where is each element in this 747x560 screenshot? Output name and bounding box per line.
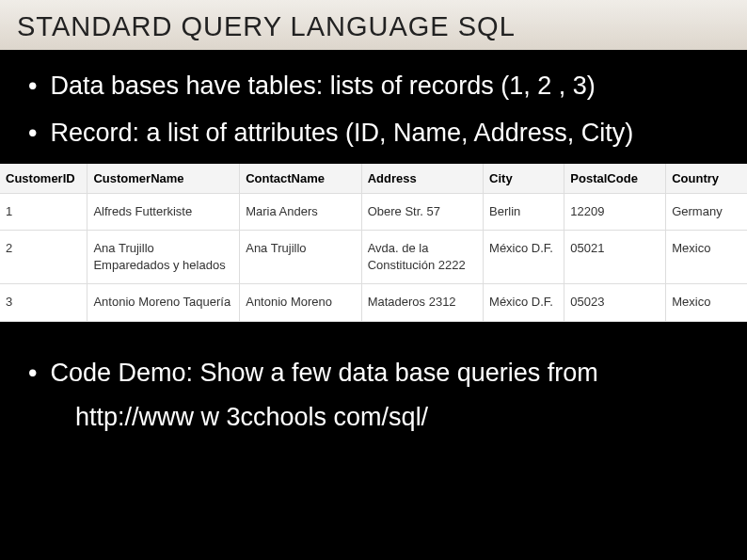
cell-contact: Maria Anders [240,193,361,230]
cell-city: México D.F. [484,231,564,284]
col-header-addr: Address [361,164,483,194]
table-header-row: CustomerID CustomerName ContactName Addr… [0,164,747,194]
table-row: 2 Ana Trujillo Emparedados y helados Ana… [0,231,747,284]
cell-addr: Avda. de la Constitución 2222 [361,231,483,284]
cell-contact: Antonio Moreno [240,284,361,321]
cell-cname: Antonio Moreno Taquería [87,284,240,321]
cell-addr: Mataderos 2312 [361,284,483,321]
cell-cname: Alfreds Futterkiste [87,193,240,230]
col-header-id: CustomerID [0,164,87,194]
bullet-item: • Code Demo: Show a few data base querie… [28,356,719,390]
customers-table: CustomerID CustomerName ContactName Addr… [0,164,747,322]
cell-country: Germany [666,193,747,230]
col-header-country: Country [666,164,747,194]
bullet-list-bottom: • Code Demo: Show a few data base querie… [0,322,747,390]
cell-country: Mexico [666,231,747,284]
col-header-contact: ContactName [240,164,361,194]
bullet-list-top: • Data bases have tables: lists of recor… [0,50,747,151]
cell-postal: 05023 [564,284,666,321]
col-header-postal: PostalCode [564,164,666,194]
bullet-text: Record: a list of attributes (ID, Name, … [50,116,719,150]
bullet-marker: • [28,69,37,103]
bullet-marker: • [28,116,37,150]
table-row: 1 Alfreds Futterkiste Maria Anders Obere… [0,193,747,230]
col-header-cname: CustomerName [87,164,240,194]
table-row: 3 Antonio Moreno Taquería Antonio Moreno… [0,284,747,321]
bullet-text: Data bases have tables: lists of records… [50,69,719,103]
cell-country: Mexico [666,284,747,321]
cell-contact: Ana Trujillo [240,231,361,284]
col-header-city: City [484,164,564,194]
bullet-item: • Record: a list of attributes (ID, Name… [28,116,719,150]
slide-title: STANDARD QUERY LANGUAGE SQL [0,0,747,50]
data-table-wrap: CustomerID CustomerName ContactName Addr… [0,164,747,322]
cell-postal: 12209 [564,193,666,230]
bullet-item: • Data bases have tables: lists of recor… [28,69,719,103]
cell-cname: Ana Trujillo Emparedados y helados [87,231,240,284]
cell-addr: Obere Str. 57 [361,193,483,230]
cell-id: 2 [0,231,87,284]
cell-id: 1 [0,193,87,230]
cell-city: México D.F. [484,284,564,321]
bullet-marker: • [28,356,37,390]
slide: STANDARD QUERY LANGUAGE SQL • Data bases… [0,0,747,560]
cell-id: 3 [0,284,87,321]
bullet-text: Code Demo: Show a few data base queries … [50,356,719,390]
cell-postal: 05021 [564,231,666,284]
link-partial: http://www w 3cchools com/sql/ [0,403,747,432]
cell-city: Berlin [484,193,564,230]
